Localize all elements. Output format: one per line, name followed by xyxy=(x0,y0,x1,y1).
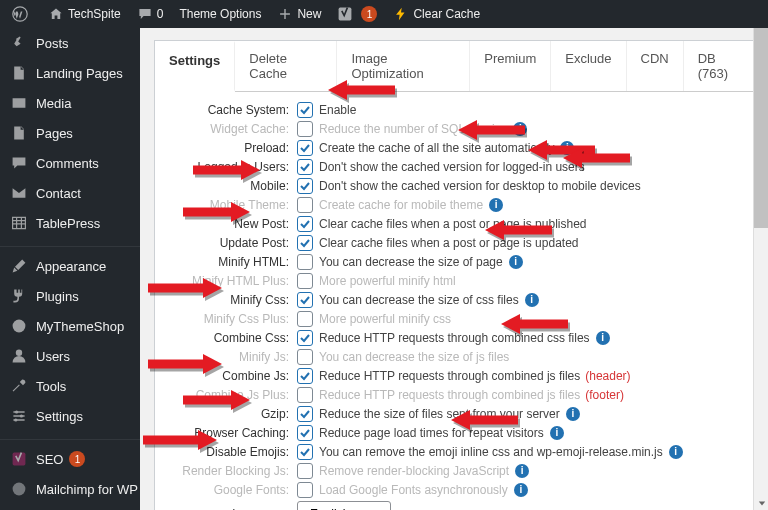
info-icon[interactable]: i xyxy=(515,464,529,478)
language-select[interactable]: English xyxy=(297,501,391,510)
sidebar-item-contact[interactable]: Contact xyxy=(0,178,140,208)
sidebar-item-mythemeshop[interactable]: MyThemeShop xyxy=(0,311,140,341)
comment-icon xyxy=(137,6,153,22)
setting-checkbox[interactable] xyxy=(297,330,313,346)
setting-checkbox[interactable] xyxy=(297,197,313,213)
setting-checkbox[interactable] xyxy=(297,159,313,175)
sidebar-item-pages[interactable]: Pages xyxy=(0,118,140,148)
tab-settings[interactable]: Settings xyxy=(155,41,235,92)
tab-exclude[interactable]: Exclude xyxy=(551,41,626,91)
sidebar-item-seo[interactable]: SEO1 xyxy=(0,444,140,474)
scroll-down-arrow[interactable] xyxy=(754,495,768,510)
setting-checkbox[interactable] xyxy=(297,216,313,232)
setting-label: Gzip: xyxy=(173,407,295,421)
setting-row: Google Fonts:Load Google Fonts asynchron… xyxy=(173,480,743,499)
setting-label: Combine Css: xyxy=(173,331,295,345)
sidebar-item-landing-pages[interactable]: Landing Pages xyxy=(0,58,140,88)
svg-point-4 xyxy=(15,410,18,413)
setting-description: Reduce HTTP requests through combined cs… xyxy=(319,331,590,345)
sidebar-item-settings[interactable]: Settings xyxy=(0,401,140,431)
setting-checkbox[interactable] xyxy=(297,254,313,270)
setting-description: Clear cache files when a post or page is… xyxy=(319,236,579,250)
tab-premium[interactable]: Premium xyxy=(470,41,551,91)
wp-logo[interactable] xyxy=(4,0,40,28)
yoast-icon xyxy=(10,450,28,468)
setting-description: Create the cache of all the site automat… xyxy=(319,141,554,155)
sidebar-item-posts[interactable]: Posts xyxy=(0,28,140,58)
plus-icon xyxy=(277,6,293,22)
setting-label: New Post: xyxy=(173,217,295,231)
sidebar-item-users[interactable]: Users xyxy=(0,341,140,371)
setting-checkbox[interactable] xyxy=(297,292,313,308)
setting-description: Don't show the cached version for deskto… xyxy=(319,179,641,193)
sidebar-item-label: Tools xyxy=(36,379,66,394)
mc-icon xyxy=(10,480,28,498)
info-icon[interactable]: i xyxy=(596,331,610,345)
yoast-badge: 1 xyxy=(361,6,377,22)
info-icon[interactable]: i xyxy=(566,407,580,421)
setting-checkbox[interactable] xyxy=(297,444,313,460)
setting-label: Update Post: xyxy=(173,236,295,250)
tab-cdn[interactable]: CDN xyxy=(627,41,684,91)
setting-checkbox[interactable] xyxy=(297,387,313,403)
info-icon[interactable]: i xyxy=(509,255,523,269)
info-icon[interactable]: i xyxy=(489,198,503,212)
setting-label: Render Blocking Js: xyxy=(173,464,295,478)
setting-checkbox[interactable] xyxy=(297,235,313,251)
info-icon[interactable]: i xyxy=(550,426,564,440)
setting-checkbox[interactable] xyxy=(297,463,313,479)
info-icon[interactable]: i xyxy=(525,293,539,307)
setting-checkbox[interactable] xyxy=(297,178,313,194)
setting-checkbox[interactable] xyxy=(297,121,313,137)
setting-description: Reduce page load times for repeat visito… xyxy=(319,426,544,440)
info-icon[interactable]: i xyxy=(669,445,683,459)
sidebar-item-label: TablePress xyxy=(36,216,100,231)
setting-row: Logged-in Users:Don't show the cached ve… xyxy=(173,157,743,176)
info-icon[interactable]: i xyxy=(514,483,528,497)
pin-icon xyxy=(10,34,28,52)
setting-label: Mobile Theme: xyxy=(173,198,295,212)
setting-checkbox[interactable] xyxy=(297,349,313,365)
sidebar-item-mailchimp[interactable]: MailChimp xyxy=(0,504,140,510)
setting-checkbox[interactable] xyxy=(297,482,313,498)
scroll-thumb[interactable] xyxy=(754,28,768,228)
settings-panel: SettingsDelete CacheImage OptimizationPr… xyxy=(154,40,762,510)
setting-description: You can decrease the size of css files xyxy=(319,293,519,307)
yoast-notifications[interactable]: 1 xyxy=(329,0,385,28)
sidebar-item-comments[interactable]: Comments xyxy=(0,148,140,178)
setting-checkbox[interactable] xyxy=(297,368,313,384)
setting-description: Reduce the number of SQL queries xyxy=(319,122,507,136)
setting-checkbox[interactable] xyxy=(297,102,313,118)
sidebar-badge: 1 xyxy=(69,451,85,467)
tab-image-optimization[interactable]: Image Optimization xyxy=(337,41,470,91)
info-icon[interactable]: i xyxy=(560,141,574,155)
sidebar-item-appearance[interactable]: Appearance xyxy=(0,251,140,281)
comments-bubble[interactable]: 0 xyxy=(129,0,172,28)
vertical-scrollbar[interactable] xyxy=(753,28,768,510)
sidebar-item-tools[interactable]: Tools xyxy=(0,371,140,401)
setting-checkbox[interactable] xyxy=(297,425,313,441)
info-icon[interactable]: i xyxy=(513,122,527,136)
sidebar-item-media[interactable]: Media xyxy=(0,88,140,118)
site-link[interactable]: TechSpite xyxy=(40,0,129,28)
setting-description: More powerful minify html xyxy=(319,274,456,288)
tab-delete-cache[interactable]: Delete Cache xyxy=(235,41,337,91)
svg-point-2 xyxy=(13,320,26,333)
new-content[interactable]: New xyxy=(269,0,329,28)
tab-db-763-[interactable]: DB (763) xyxy=(684,41,761,91)
sidebar-item-mailchimp-for-wp[interactable]: Mailchimp for WP xyxy=(0,474,140,504)
svg-point-6 xyxy=(14,418,17,421)
setting-checkbox[interactable] xyxy=(297,311,313,327)
setting-description: More powerful minify css xyxy=(319,312,451,326)
setting-row: Render Blocking Js:Remove render-blockin… xyxy=(173,461,743,480)
setting-checkbox[interactable] xyxy=(297,406,313,422)
theme-options[interactable]: Theme Options xyxy=(171,0,269,28)
sidebar-item-tablepress[interactable]: TablePress xyxy=(0,208,140,238)
setting-row: Minify HTML:You can decrease the size of… xyxy=(173,252,743,271)
sidebar-item-label: Contact xyxy=(36,186,81,201)
setting-checkbox[interactable] xyxy=(297,140,313,156)
setting-checkbox[interactable] xyxy=(297,273,313,289)
clear-cache[interactable]: Clear Cache xyxy=(385,0,488,28)
setting-row: Combine Css:Reduce HTTP requests through… xyxy=(173,328,743,347)
sidebar-item-plugins[interactable]: Plugins xyxy=(0,281,140,311)
